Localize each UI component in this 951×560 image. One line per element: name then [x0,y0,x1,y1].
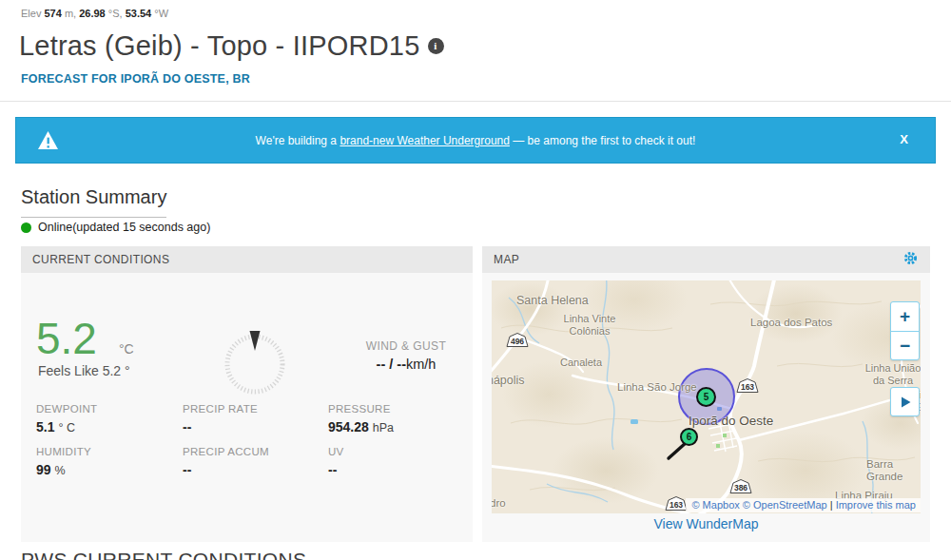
metric-unit: ° C [58,421,75,434]
map-play-button[interactable] [890,387,920,416]
metric-precip-accum: PRECIP ACCUM -- [183,446,325,477]
zoom-out-button[interactable]: − [891,331,919,359]
attribution-separator: | [830,499,833,511]
metric-label: HUMIDITY [36,446,179,457]
wind-gust-block: WIND & GUST -- / --km/h [335,339,477,372]
map-label-linha-uniao-da-serra: Linha União da Serra [864,362,921,386]
warning-triangle-icon [37,130,59,154]
map-zoom-controls: + − [890,301,920,360]
current-conditions-title: CURRENT CONDITIONS [32,253,169,266]
metric-label: UV [328,446,471,457]
map-panel-header: MAP [482,246,930,273]
wind-unit: km/h [406,357,436,372]
banner-close-button[interactable]: X [900,132,908,146]
zoom-in-button[interactable]: + [891,302,919,331]
temperature-unit: °C [119,341,134,357]
metric-value: -- [183,419,191,434]
svg-text:163: 163 [670,500,683,510]
temperature-value: 5.2 [36,317,97,360]
map-label-linha-vinte-colonias: Linha Vinte Colônias [551,313,629,337]
station-summary-heading: Station Summary [21,186,166,218]
road-shield-386: 386 [729,479,752,493]
elev-value: 574 [44,8,61,19]
svg-text:496: 496 [511,337,524,346]
metric-value: -- [183,462,191,477]
road-shield-163-north: 163 [736,378,759,393]
metric-pressure: PRESSURE 954.28hPa [328,403,471,434]
promo-banner: We're building a brand-new Weather Under… [15,117,936,164]
metric-humidity: HUMIDITY 99% [36,446,179,477]
page-title: Letras (Geib) - Topo - IIPORD15i [19,30,444,62]
map-label-ipora-do-oeste: Iporã do Oeste [689,414,773,429]
metric-unit: hPa [373,421,394,434]
metric-value: 5.1 [36,419,54,434]
gear-icon[interactable] [902,250,919,269]
map-panel: MAP [482,246,930,542]
play-icon [899,396,912,409]
view-wundermap-link[interactable]: View WunderMap [482,516,930,531]
station-page: Elev 574 m, 26.98 °S, 53.54 °W Letras (G… [0,0,951,560]
metric-label: PRECIP ACCUM [183,446,325,457]
lat-value: 26.98 [79,8,106,19]
current-conditions-body: 5.2 °C Feels Like 5.2 ° WIND & GUST -- /… [21,273,473,542]
metric-label: PRECIP RATE [183,403,325,415]
info-icon[interactable]: i [428,38,444,54]
metric-unit: % [55,464,66,477]
banner-text-prefix: We're building a [256,134,340,147]
wind-value: -- / -- [377,357,406,372]
map-label-canaleta: Canaleta [560,357,602,369]
road-shield-496: 496 [506,333,529,347]
map-title: MAP [494,253,519,266]
mapbox-link[interactable]: © Mapbox [691,499,739,511]
map-label-pedro-cut: dro [492,497,506,510]
online-status-text: Online(updated 15 seconds ago) [38,221,210,234]
metric-label: PRESSURE [328,403,471,415]
map-panel-body: Santa Helena Linha Vinte Colônias Lagoa … [482,273,930,542]
banner-message: We're building a brand-new Weather Under… [16,134,935,147]
lon-value: 53.54 [126,8,152,19]
station-name: Letras (Geib) - Topo - IIPORD15 [19,30,420,61]
lon-unit: °W [154,8,168,19]
header-divider [0,101,951,102]
metric-label: DEWPOINT [36,403,179,415]
banner-link[interactable]: brand-new Weather Underground [340,134,510,147]
station-marker-5[interactable]: 5 [696,387,716,407]
banner-text-suffix: — be among the first to check it out! [510,134,695,147]
online-status-dot [21,222,31,233]
current-conditions-panel: CURRENT CONDITIONS 5.2 °C Feels Like 5.2… [21,246,473,542]
metric-dewpoint: DEWPOINT 5.1° C [36,403,179,434]
current-conditions-header: CURRENT CONDITIONS [21,246,473,273]
elev-unit: m, [65,8,76,19]
svg-text:163: 163 [741,382,754,392]
lat-unit: °S, [108,8,123,19]
improve-map-link[interactable]: Improve this map [836,499,916,511]
forecast-link[interactable]: FORECAST FOR IPORÃ DO OESTE, BR [21,72,250,86]
svg-text:386: 386 [734,483,747,492]
metric-uv: UV -- [328,446,471,477]
pws-current-conditions-heading: PWS CURRENT CONDITIONS [21,549,306,560]
wind-compass-icon [223,325,286,396]
metric-value: 99 [36,462,51,477]
map-label-lagoa-dos-patos: Lagoa dos Patos [750,317,832,329]
map-canvas[interactable]: Santa Helena Linha Vinte Colônias Lagoa … [492,280,921,513]
station-status: Online(updated 15 seconds ago) [21,221,210,234]
feels-like-text: Feels Like 5.2 ° [38,363,130,378]
wind-gust-value: -- / --km/h [335,357,477,372]
elev-label: Elev [21,8,41,19]
openstreetmap-link[interactable]: © OpenStreetMap [743,499,827,511]
map-label-barra-grande: Barra Grande [866,458,921,483]
metric-value: -- [328,462,337,477]
metric-precip-rate: PRECIP RATE -- [183,403,325,434]
metric-value: 954.28 [328,419,369,434]
station-marker-6[interactable]: 6 [680,428,698,446]
road-shield-163-south: 163 [665,496,688,511]
map-label-linha-sao-jorge: Linha São Jorge [617,381,697,394]
elevation-coordinates: Elev 574 m, 26.98 °S, 53.54 °W [21,8,168,19]
map-label-tunapolis-cut: unápolis [492,374,525,387]
map-label-santa-helena: Santa Helena [516,294,589,307]
map-attribution: © Mapbox © OpenStreetMap | Improve this … [686,498,921,512]
wind-gust-label: WIND & GUST [335,339,477,353]
